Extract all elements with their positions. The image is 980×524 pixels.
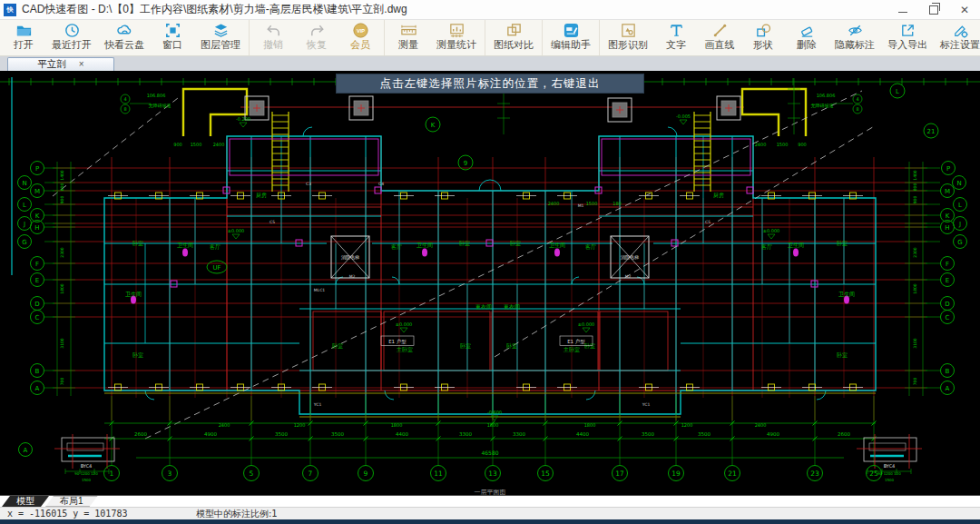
svg-text:4: 4 — [856, 96, 858, 102]
compare-sheets-icon — [505, 22, 523, 39]
svg-text:更衣间: 更衣间 — [475, 303, 492, 311]
toolbar-button-label: 快看云盘 — [104, 39, 144, 51]
open-folder-icon — [15, 22, 33, 39]
svg-text:M2: M2 — [349, 274, 356, 279]
svg-text:卫生间: 卫生间 — [788, 242, 804, 249]
toolbar-button-window-viewport[interactable]: 窗口 — [151, 20, 194, 55]
vip-badge-icon: VIP — [352, 22, 369, 39]
toolbar-button-text-tool[interactable]: 文字 — [654, 20, 698, 55]
toolbar-button-layers[interactable]: 图层管理 — [194, 20, 247, 55]
toolbar-button-cloud-drive[interactable]: 快看云盘 — [98, 20, 151, 55]
svg-text:A: A — [35, 385, 40, 392]
toolbar-button-eraser[interactable]: 删除 — [785, 20, 828, 55]
toolbar-button-recent-clock[interactable]: 最近打开 — [45, 20, 98, 55]
toolbar-button-label: 图层管理 — [201, 39, 240, 51]
redo-arrow-icon — [309, 22, 326, 39]
svg-text:卧室: 卧室 — [332, 342, 343, 349]
svg-text:±0.000: ±0.000 — [396, 321, 413, 327]
tab-layout1[interactable]: 布局1 — [45, 496, 98, 507]
tab-model[interactable]: 模型 — [2, 496, 49, 507]
text-tool-icon — [668, 22, 685, 39]
toolbar-button-annotation-settings[interactable]: 标注设置 — [934, 20, 980, 55]
svg-text:YC1: YC1 — [642, 402, 651, 407]
toolbar-button-ruler-stats[interactable]: 测量统计 — [430, 20, 483, 55]
svg-text:K: K — [946, 213, 950, 220]
toolbar-button-import-export[interactable]: 导入导出 — [881, 20, 934, 55]
svg-text:无障碍坡道: 无障碍坡道 — [149, 103, 172, 109]
toolbar-button-compare-sheets[interactable]: 图纸对比 — [487, 20, 540, 55]
toolbar-button-open-folder[interactable]: 打开 — [2, 20, 45, 55]
svg-text:UF: UF — [212, 264, 220, 272]
toolbar-button-label: 测量统计 — [436, 39, 476, 51]
document-tab-pinglipou[interactable]: 平立剖 × — [7, 57, 114, 71]
svg-text:2300: 2300 — [60, 247, 64, 258]
svg-text:厨房: 厨房 — [256, 192, 267, 198]
svg-text:2400: 2400 — [548, 201, 560, 206]
svg-text:H: H — [945, 224, 949, 232]
ruler-stats-icon — [448, 22, 466, 39]
svg-text:1500: 1500 — [82, 478, 92, 482]
toolbar-button-vip-badge[interactable]: VIP会员 — [338, 20, 382, 55]
toolbar-button-label: 会员 — [350, 39, 370, 51]
svg-text:客厅: 客厅 — [210, 243, 220, 251]
svg-text:2400: 2400 — [755, 422, 767, 428]
svg-text:卫生间: 卫生间 — [416, 242, 433, 249]
svg-text:P: P — [946, 165, 950, 173]
notification-text: 点击左键选择照片标注的位置，右键退出 — [380, 76, 601, 92]
toolbar-button-draw-line[interactable]: 画直线 — [698, 20, 741, 55]
close-icon: ✕ — [960, 4, 969, 16]
import-export-icon — [899, 22, 916, 39]
svg-text:G: G — [22, 239, 26, 246]
window-controls: ✕ — [887, 0, 980, 19]
toolbar-group: 测量测量统计 — [385, 20, 485, 55]
svg-text:D: D — [945, 301, 949, 308]
restore-button[interactable] — [918, 0, 949, 19]
title-bar: 快 CAD快速看图 - D:\【0】工作内容\图纸素材\剪力墙-高层居民楼\建筑… — [0, 0, 980, 20]
toolbar-button-shape-recognition[interactable]: 图形识别 — [602, 20, 654, 55]
svg-text:J: J — [958, 221, 961, 228]
svg-text:卧室: 卧室 — [506, 342, 517, 349]
toolbar-button-label: 编辑助手 — [551, 39, 591, 51]
svg-text:MLC1: MLC1 — [314, 288, 326, 292]
svg-text:5: 5 — [250, 470, 254, 478]
svg-text:9: 9 — [464, 160, 467, 167]
toolbar-button-label: 图纸对比 — [494, 39, 534, 51]
toolbar-button-ruler[interactable]: 测量 — [387, 20, 430, 55]
cad-drawing-canvas[interactable]: 点击左键选择照片标注的位置，右键退出 135791113151719212325… — [0, 71, 980, 495]
tab-close-icon[interactable]: × — [79, 60, 84, 69]
toolbar-button-label: 窗口 — [162, 39, 182, 51]
svg-text:106.806: 106.806 — [147, 93, 166, 98]
toolbar-button-undo-arrow: 撤销 — [251, 20, 295, 55]
svg-text:15: 15 — [541, 470, 550, 478]
toolbar-button-label: 最近打开 — [52, 39, 92, 51]
toolbar-group: 撤销恢复VIP会员 — [250, 20, 385, 55]
svg-text:1200: 1200 — [294, 422, 306, 428]
svg-text:1400: 1400 — [913, 170, 917, 181]
toolbar-button-shapes[interactable]: 形状 — [741, 20, 785, 55]
toolbar-button-edit-assistant[interactable]: 编辑助手 — [544, 20, 597, 55]
svg-text:H: H — [34, 224, 39, 232]
svg-text:3300: 3300 — [513, 431, 525, 437]
svg-text:1200: 1200 — [681, 422, 693, 428]
svg-text:3100: 3100 — [913, 338, 917, 349]
svg-text:M2: M2 — [625, 274, 632, 279]
toolbar-button-label: 标注设置 — [940, 39, 980, 51]
svg-text:2400: 2400 — [213, 142, 225, 147]
svg-text:客厅: 客厅 — [585, 243, 596, 251]
cursor-coordinates: x = -116015 y = 101783 — [7, 509, 189, 519]
toolbar-button-hide-annotations[interactable]: 隐藏标注 — [828, 20, 881, 55]
minimize-button[interactable] — [887, 0, 918, 19]
svg-text:卫生间: 卫生间 — [177, 242, 193, 249]
svg-text:-0.200: -0.200 — [236, 116, 250, 122]
svg-text:46580: 46580 — [481, 450, 498, 456]
app-icon: 快 — [4, 4, 16, 16]
document-tab-strip: 平立剖 × — [0, 56, 980, 71]
svg-text:G: G — [957, 239, 962, 246]
svg-text:J: J — [23, 221, 25, 228]
svg-text:19: 19 — [671, 470, 681, 478]
svg-text:E: E — [35, 277, 39, 284]
toolbar-button-label: 图形识别 — [608, 39, 648, 51]
close-button[interactable]: ✕ — [949, 0, 980, 19]
notification-bar: 点击左键选择照片标注的位置，右键退出 — [336, 74, 644, 94]
svg-text:N: N — [956, 180, 961, 187]
